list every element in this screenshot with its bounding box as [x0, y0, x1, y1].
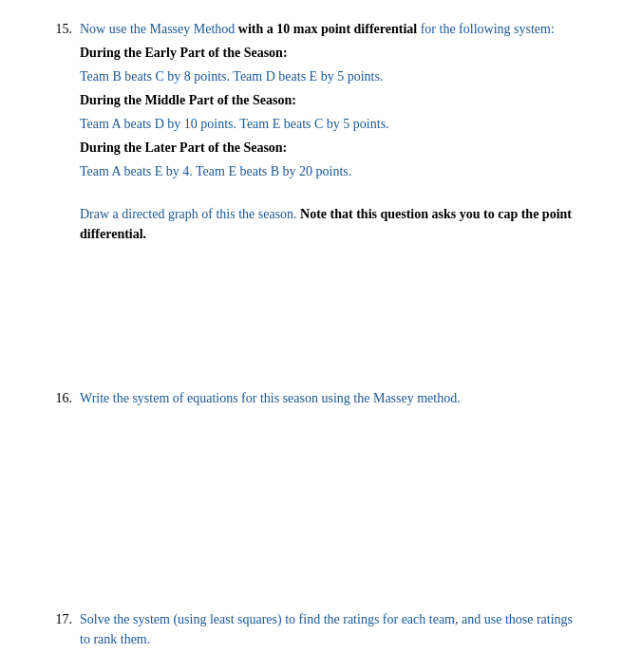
q15-heading-early-text: During the Early Part of the Season: — [80, 46, 288, 60]
question-15: 15. Now use the Massey Method with a 10 … — [38, 19, 585, 248]
q15-intro: Now use the Massey Method with a 10 max … — [80, 19, 585, 39]
question-17-body: Solve the system (using least squares) t… — [80, 609, 585, 653]
q15-note-blue: Draw a directed graph of this the season… — [80, 207, 297, 221]
question-15-body: Now use the Massey Method with a 10 max … — [80, 19, 585, 248]
q15-spacer — [80, 185, 585, 204]
question-16: 16. Write the system of equations for th… — [38, 388, 585, 412]
q17-text: Solve the system (using least squares) t… — [80, 609, 585, 649]
question-17-number: 17. — [38, 609, 72, 629]
q16-text: Write the system of equations for this s… — [80, 388, 585, 408]
question-16-number: 16. — [38, 388, 72, 408]
question-15-number: 15. — [38, 19, 72, 39]
q15-heading-later-text: During the Later Part of the Season: — [80, 140, 287, 155]
q15-later-body: Team A beats E by 4. Team E beats B by 2… — [80, 161, 585, 181]
q15-intro-blue1: Now use the Massey Method — [80, 22, 238, 36]
q15-heading-middle-text: During the Middle Part of the Season: — [80, 93, 296, 107]
page: 15. Now use the Massey Method with a 10 … — [0, 0, 623, 672]
q15-note: Draw a directed graph of this the season… — [80, 204, 585, 244]
question-16-body: Write the system of equations for this s… — [80, 388, 585, 412]
q15-intro-blue2: for the following system: — [417, 22, 555, 36]
q15-heading-later: During the Later Part of the Season: — [80, 138, 585, 158]
q15-heading-early: During the Early Part of the Season: — [80, 43, 585, 63]
spacer-after-16 — [38, 439, 585, 609]
spacer-after-15 — [38, 274, 585, 388]
q15-intro-bold: with a 10 max point differential — [238, 22, 417, 36]
q15-early-body: Team B beats C by 8 points. Team D beats… — [80, 66, 585, 86]
question-17: 17. Solve the system (using least square… — [38, 609, 585, 653]
q15-middle-body: Team A beats D by 10 points. Team E beat… — [80, 114, 585, 134]
q15-heading-middle: During the Middle Part of the Season: — [80, 90, 585, 110]
